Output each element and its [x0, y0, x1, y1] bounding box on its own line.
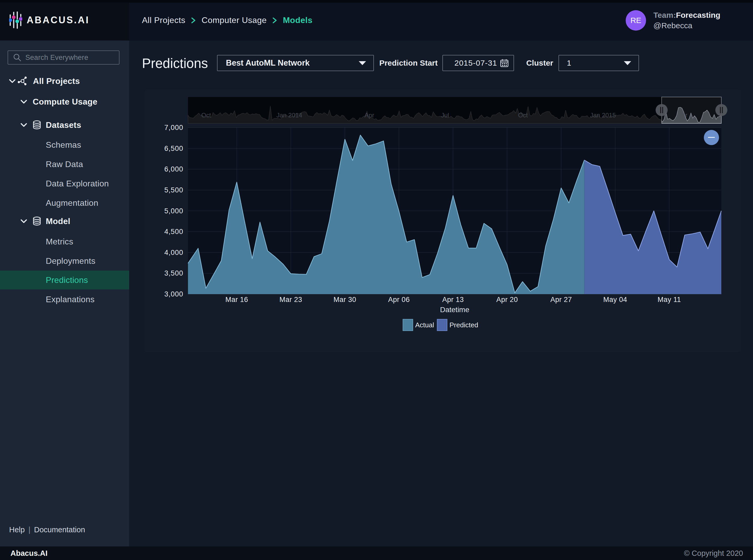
footer-links-separator: | — [28, 525, 31, 534]
svg-text:Mar 23: Mar 23 — [279, 296, 302, 303]
top-strip — [0, 0, 753, 3]
svg-text:4,500: 4,500 — [164, 228, 183, 236]
sidebar-item-model[interactable]: Model — [0, 212, 129, 231]
svg-text:Apr 27: Apr 27 — [550, 296, 572, 303]
main-content: Predictions Best AutoML Network Predicti… — [129, 41, 753, 546]
svg-text:Jan 2014: Jan 2014 — [276, 112, 302, 119]
sidebar-item-label: Data Exploration — [46, 179, 109, 188]
team-line: Team:Forecasting — [653, 10, 732, 20]
svg-text:Jan 2015: Jan 2015 — [590, 112, 616, 119]
sidebar-item-label: Metrics — [46, 237, 73, 246]
sidebar-item-label: Schemas — [46, 140, 81, 150]
chart-legend: Actual Predicted — [144, 319, 741, 332]
sidebar-item-label: Augmentation — [46, 198, 98, 208]
model-select[interactable]: Best AutoML Network — [217, 55, 374, 71]
sidebar-footer-links: Help|Documentation — [9, 525, 85, 534]
team-name: Forecasting — [676, 11, 720, 19]
svg-text:Apr: Apr — [364, 112, 374, 119]
help-link[interactable]: Help — [9, 525, 25, 534]
breadcrumb-separator-icon — [272, 16, 278, 25]
svg-text:3,500: 3,500 — [164, 269, 183, 277]
documentation-link[interactable]: Documentation — [34, 525, 85, 534]
svg-text:Apr 06: Apr 06 — [388, 296, 410, 303]
page-title: Predictions — [142, 56, 208, 71]
legend-swatch-predicted[interactable] — [437, 319, 447, 331]
navigator-handle[interactable] — [715, 104, 727, 116]
breadcrumb-separator-icon — [191, 16, 196, 25]
avatar[interactable]: RE — [626, 10, 646, 31]
sidebar-item-compute-usage[interactable]: Compute Usage — [0, 92, 129, 111]
chevron-down-icon[interactable] — [8, 78, 16, 85]
svg-text:Oct: Oct — [201, 112, 211, 119]
chevron-down-icon[interactable] — [20, 122, 27, 128]
team-label: Team: — [653, 11, 676, 19]
breadcrumb: All ProjectsComputer UsageModels — [142, 0, 313, 41]
chevron-down-icon[interactable] — [20, 219, 27, 225]
cluster-select-value: 1 — [567, 59, 571, 67]
chevron-down-icon[interactable] — [20, 99, 27, 105]
breadcrumb-item-models[interactable]: Models — [283, 16, 313, 25]
svg-text:Mar 30: Mar 30 — [334, 296, 356, 303]
abacus-logo-icon — [9, 12, 22, 29]
svg-text:7,000: 7,000 — [164, 124, 183, 132]
sidebar-item-deployments[interactable]: Deployments — [0, 252, 129, 270]
footer-brand: Abacus.AI — [11, 549, 47, 558]
cluster-select[interactable]: 1 — [558, 55, 639, 71]
svg-text:6,500: 6,500 — [164, 144, 183, 153]
svg-text:Datetime: Datetime — [440, 306, 469, 314]
account-area[interactable]: RE Team:Forecasting @Rebecca — [626, 0, 732, 41]
svg-text:5,000: 5,000 — [164, 207, 183, 215]
sidebar-item-raw-data[interactable]: Raw Data — [0, 155, 129, 174]
chevron-down-icon — [624, 61, 631, 65]
prediction-start-label: Prediction Start — [364, 55, 438, 71]
model-select-value: Best AutoML Network — [226, 58, 310, 68]
user-handle: @Rebecca — [653, 20, 732, 31]
svg-text:May 04: May 04 — [603, 296, 627, 303]
navigator-handle[interactable] — [656, 104, 668, 116]
sidebar-item-label: All Projects — [33, 76, 80, 86]
sidebar-item-metrics[interactable]: Metrics — [0, 232, 129, 251]
breadcrumb-item-all-projects[interactable]: All Projects — [142, 16, 185, 25]
header-logo-area: ABACUS.AI — [0, 0, 129, 41]
project-tree: All ProjectsCompute UsageDatasetsSchemas… — [0, 41, 129, 546]
breadcrumb-item-computer-usage[interactable]: Computer Usage — [202, 16, 267, 25]
sidebar-item-label: Explanations — [46, 295, 95, 304]
projects-network-icon — [17, 76, 28, 87]
sidebar-item-data-exploration[interactable]: Data Exploration — [0, 174, 129, 193]
cluster-label: Cluster — [490, 55, 553, 71]
sidebar-item-label: Compute Usage — [33, 97, 98, 107]
svg-text:Jul: Jul — [441, 112, 449, 119]
svg-text:Oct: Oct — [518, 112, 528, 119]
legend-label-predicted[interactable]: Predicted — [450, 319, 478, 331]
sidebar-item-predictions[interactable]: Predictions — [0, 271, 129, 289]
sidebar-item-augmentation[interactable]: Augmentation — [0, 194, 129, 212]
page-footer: Abacus.AI © Copyright 2020 — [0, 546, 753, 560]
header-bar: All ProjectsComputer UsageModels RE Team… — [129, 0, 753, 41]
sidebar-item-label: Raw Data — [46, 159, 83, 169]
svg-text:Apr 13: Apr 13 — [442, 296, 464, 303]
sidebar-item-label: Datasets — [46, 120, 81, 130]
legend-swatch-actual[interactable] — [403, 319, 413, 331]
legend-label-actual[interactable]: Actual — [415, 319, 434, 331]
timeseries-chart[interactable]: 3,0003,5004,0004,5005,0005,5006,0006,500… — [144, 90, 741, 352]
svg-text:4,000: 4,000 — [164, 248, 183, 257]
database-icon — [33, 120, 41, 131]
sidebar-item-all-projects[interactable]: All Projects — [0, 72, 129, 91]
svg-text:5,500: 5,500 — [164, 186, 183, 194]
sidebar-item-schemas[interactable]: Schemas — [0, 136, 129, 154]
app-logo-text: ABACUS.AI — [27, 15, 90, 26]
zoom-out-button[interactable] — [704, 130, 719, 145]
sidebar-item-label: Model — [46, 217, 70, 226]
footer-copyright: © Copyright 2020 — [684, 549, 743, 558]
sidebar-item-label: Predictions — [46, 275, 88, 285]
sidebar-item-datasets[interactable]: Datasets — [0, 116, 129, 134]
svg-text:Mar 16: Mar 16 — [225, 296, 248, 303]
app-logo[interactable]: ABACUS.AI — [9, 12, 90, 29]
svg-text:6,000: 6,000 — [164, 165, 183, 173]
svg-text:3,000: 3,000 — [164, 290, 183, 298]
sidebar: All ProjectsCompute UsageDatasetsSchemas… — [0, 41, 129, 546]
sidebar-item-label: Deployments — [46, 256, 95, 266]
svg-text:May 11: May 11 — [658, 296, 681, 303]
chart-panel: 3,0003,5004,0004,5005,0005,5006,0006,500… — [144, 90, 741, 352]
sidebar-item-explanations[interactable]: Explanations — [0, 290, 129, 309]
